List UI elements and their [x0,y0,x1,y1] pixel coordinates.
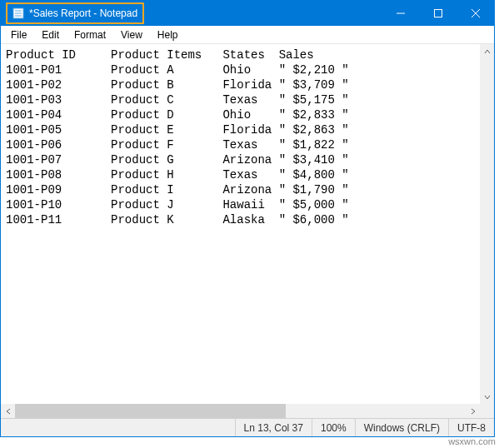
minimize-button[interactable] [382,1,419,26]
vertical-scroll-track[interactable] [480,58,494,390]
horizontal-scroll-track[interactable] [15,404,466,418]
menu-format[interactable]: Format [67,27,112,42]
text-editor[interactable]: Product ID Product Items States Sales 10… [1,44,480,404]
horizontal-scrollbar-row [1,404,494,418]
chevron-up-icon [484,48,491,55]
title-highlight: *Sales Report - Notepad [6,2,144,24]
scroll-up-button[interactable] [480,44,494,58]
close-icon [472,9,480,17]
menu-file[interactable]: File [4,27,33,42]
status-position: Ln 13, Col 37 [236,419,312,436]
titlebar[interactable]: *Sales Report - Notepad [1,1,494,26]
window-title: *Sales Report - Notepad [29,7,137,19]
scrollbar-corner [480,404,494,418]
notepad-window: *Sales Report - Notepad File Edit Format… [0,0,495,437]
watermark: wsxwn.com [448,436,496,446]
horizontal-scroll-thumb[interactable] [15,404,286,418]
status-zoom: 100% [312,419,355,436]
menu-edit[interactable]: Edit [35,27,66,42]
scroll-left-button[interactable] [1,404,15,418]
menu-view[interactable]: View [114,27,149,42]
minimize-icon [397,9,405,17]
maximize-button[interactable] [419,1,457,26]
status-encoding: UTF-8 [449,419,494,436]
menu-help[interactable]: Help [151,27,185,42]
editor-area: Product ID Product Items States Sales 10… [1,44,494,404]
close-button[interactable] [457,1,494,26]
horizontal-scrollbar[interactable] [1,404,480,418]
statusbar: Ln 13, Col 37 100% Windows (CRLF) UTF-8 [1,418,494,436]
vertical-scrollbar[interactable] [480,44,494,404]
window-controls [382,1,494,26]
chevron-right-icon [470,408,477,415]
svg-rect-5 [434,10,442,17]
chevron-down-icon [484,394,491,401]
status-line-ending: Windows (CRLF) [356,419,448,436]
scroll-right-button[interactable] [466,404,480,418]
maximize-icon [434,9,442,17]
menubar: File Edit Format View Help [1,26,494,44]
chevron-left-icon [5,408,12,415]
notepad-icon [12,7,24,19]
scroll-down-button[interactable] [480,390,494,404]
